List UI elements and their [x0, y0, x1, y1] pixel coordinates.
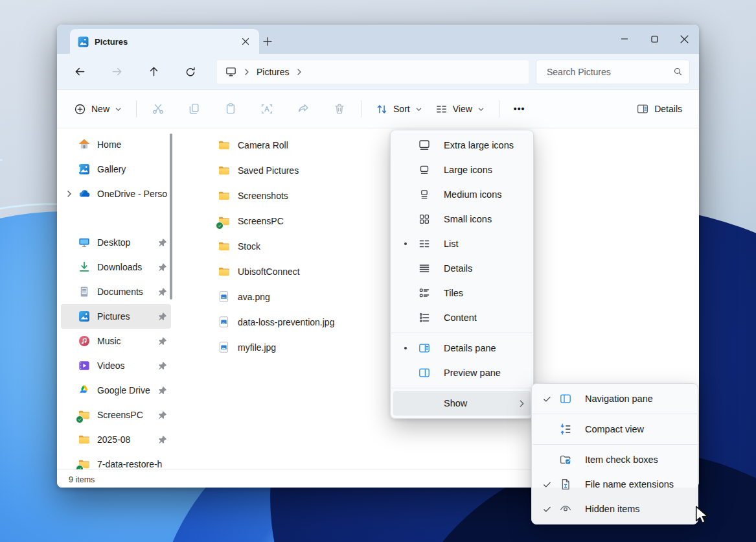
sidebar-item-7-data-restore[interactable]: 7-data-restore-h: [61, 452, 171, 469]
menu-item-details-pane[interactable]: Details pane: [393, 336, 531, 360]
pin-icon: [157, 434, 168, 445]
submenu-item-item-check-boxes[interactable]: Item check boxes: [534, 447, 695, 472]
sidebar-item-desktop[interactable]: Desktop: [61, 230, 171, 255]
menu-item-tiles[interactable]: Tiles: [393, 281, 531, 305]
toolbar-divider: [499, 100, 499, 117]
folder-synced-icon: [218, 215, 231, 228]
downloads-icon: [78, 261, 91, 274]
folder-synced-icon: [78, 408, 91, 421]
sync-badge-icon: [76, 416, 84, 423]
sidebar-item-documents[interactable]: Documents: [61, 279, 171, 304]
submenu-item-hidden-items[interactable]: Hidden items: [534, 497, 695, 521]
tab-close-icon[interactable]: [237, 33, 254, 50]
close-icon[interactable]: [669, 25, 699, 53]
mouse-cursor: [694, 506, 711, 525]
breadcrumb-separator-icon[interactable]: [296, 69, 303, 75]
tab-pictures[interactable]: Pictures: [70, 29, 259, 54]
details-view-icon: [413, 262, 436, 275]
breadcrumb-pictures[interactable]: Pictures: [257, 67, 290, 77]
show-submenu: Navigation pane Compact view Item check …: [531, 383, 698, 524]
search-input[interactable]: [545, 66, 673, 78]
sidebar-item-videos[interactable]: Videos: [61, 353, 171, 378]
new-button[interactable]: New: [67, 97, 128, 121]
sort-button-label: Sort: [393, 104, 410, 114]
sidebar-item-gallery[interactable]: Gallery: [61, 157, 171, 182]
minimize-icon[interactable]: [610, 25, 639, 53]
more-options-icon[interactable]: •••: [507, 97, 532, 121]
submenu-item-compact-view[interactable]: Compact view: [534, 417, 695, 442]
this-pc-icon[interactable]: [225, 65, 237, 78]
menu-item-details[interactable]: Details: [393, 256, 531, 281]
toolbar-divider: [136, 100, 137, 117]
details-pane-icon: [636, 102, 649, 115]
menu-item-small-icons[interactable]: Small icons: [393, 207, 531, 231]
navigation-pane-icon: [554, 392, 577, 405]
new-button-label: New: [91, 104, 109, 114]
sidebar-scrollbar[interactable]: [170, 134, 172, 300]
search-icon[interactable]: [673, 67, 683, 77]
expand-chevron-icon[interactable]: [61, 191, 78, 197]
details-pane-icon: [413, 342, 436, 355]
search-box[interactable]: [536, 60, 690, 84]
sidebar-item-home[interactable]: Home: [61, 132, 171, 157]
rename-icon[interactable]: [253, 97, 281, 121]
cut-icon[interactable]: [144, 97, 172, 121]
submenu-item-navigation-pane[interactable]: Navigation pane: [534, 386, 695, 411]
sidebar-item-screenspc[interactable]: ScreensPC: [61, 403, 171, 427]
maximize-icon[interactable]: [639, 25, 669, 53]
sidebar-item-downloads[interactable]: Downloads: [61, 255, 171, 279]
delete-icon[interactable]: [326, 97, 353, 121]
menu-item-content[interactable]: Content: [393, 305, 531, 330]
details-pane-button[interactable]: Details: [630, 97, 689, 121]
window-controls: [610, 25, 699, 53]
compact-view-icon: [554, 423, 577, 436]
content-view-icon: [413, 311, 436, 324]
tiles-view-icon: [413, 287, 436, 300]
videos-icon: [78, 359, 91, 372]
pin-icon: [157, 262, 168, 273]
plus-circle-icon: [74, 103, 86, 115]
sidebar-item-google-drive[interactable]: Google Drive: [61, 378, 171, 403]
tab-bar: Pictures: [57, 25, 699, 54]
gallery-icon: [78, 163, 91, 176]
google-drive-icon: [78, 384, 91, 397]
details-button-label: Details: [654, 104, 682, 114]
home-icon: [78, 138, 91, 151]
submenu-item-file-name-extensions[interactable]: File name extensions: [534, 472, 695, 497]
menu-item-preview-pane[interactable]: Preview pane: [393, 360, 531, 385]
address-bar[interactable]: Pictures: [216, 60, 529, 84]
pin-icon: [157, 336, 168, 347]
back-icon[interactable]: [69, 61, 91, 83]
submenu-chevron-icon: [518, 400, 525, 407]
selected-bullet-icon: [404, 347, 407, 350]
new-tab-icon[interactable]: [259, 33, 276, 50]
sidebar-item-onedrive[interactable]: OneDrive - Perso: [61, 182, 171, 206]
view-button[interactable]: View: [429, 97, 491, 121]
sort-arrows-icon: [376, 103, 388, 115]
checkmark-icon: [540, 480, 554, 489]
menu-item-medium-icons[interactable]: Medium icons: [393, 182, 531, 207]
menu-separator: [391, 388, 533, 388]
sidebar-item-pictures[interactable]: Pictures: [61, 304, 171, 329]
up-icon[interactable]: [143, 61, 165, 83]
sidebar-item-2025-08[interactable]: 2025-08: [61, 427, 171, 452]
medium-icons-icon: [413, 188, 436, 201]
sidebar-group-gap: [57, 206, 201, 230]
copy-icon[interactable]: [181, 97, 208, 121]
sync-badge-icon: [216, 222, 223, 230]
item-check-boxes-icon: [554, 453, 577, 466]
forward-icon[interactable]: [106, 61, 128, 83]
menu-item-show[interactable]: Show: [393, 391, 531, 416]
refresh-icon[interactable]: [179, 61, 201, 83]
checkmark-icon: [540, 395, 554, 403]
music-icon: [78, 335, 91, 348]
menu-item-list[interactable]: List: [393, 231, 531, 256]
sort-button[interactable]: Sort: [369, 97, 429, 121]
menu-item-extra-large-icons[interactable]: Extra large icons: [393, 133, 531, 158]
share-icon[interactable]: [290, 97, 317, 121]
menu-item-large-icons[interactable]: Large icons: [393, 158, 531, 182]
paste-icon[interactable]: [217, 97, 244, 121]
sidebar-item-music[interactable]: Music: [61, 329, 171, 353]
navigation-bar: Pictures: [57, 54, 699, 90]
view-list-icon: [435, 103, 448, 115]
